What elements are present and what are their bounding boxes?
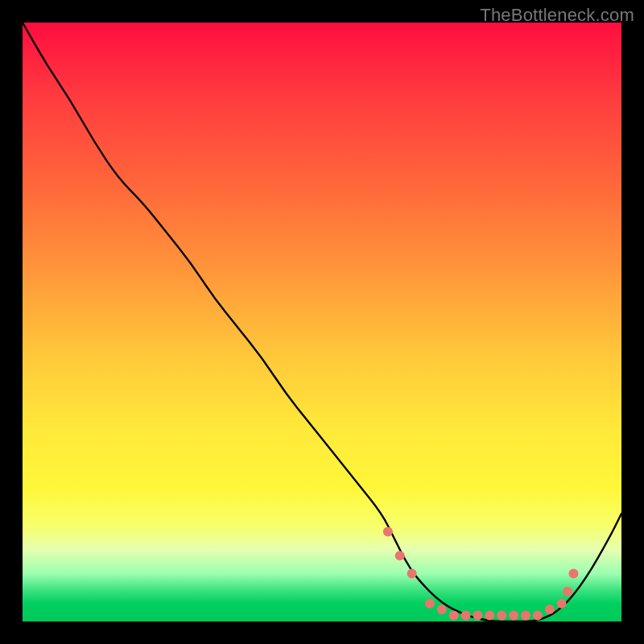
highlight-point (383, 526, 393, 536)
highlight-point (407, 568, 417, 578)
bottleneck-curve (23, 23, 621, 621)
highlight-point (485, 611, 494, 621)
bottleneck-curve-path (23, 23, 621, 621)
curve-layer (23, 23, 621, 621)
highlight-points (383, 526, 579, 620)
highlight-point (449, 611, 459, 621)
highlight-point (568, 568, 578, 578)
highlight-point (521, 611, 530, 621)
highlight-point (437, 605, 447, 614)
highlight-point (395, 551, 405, 560)
highlight-point (509, 611, 518, 621)
highlight-point (557, 599, 567, 609)
highlight-point (533, 611, 543, 621)
plot-area (23, 23, 621, 621)
highlight-point (563, 587, 572, 597)
chart-frame: TheBottleneck.com (0, 0, 644, 644)
highlight-point (545, 605, 555, 614)
highlight-point (473, 611, 482, 621)
highlight-point (461, 611, 471, 621)
highlight-point (425, 599, 435, 609)
highlight-point (497, 611, 506, 621)
